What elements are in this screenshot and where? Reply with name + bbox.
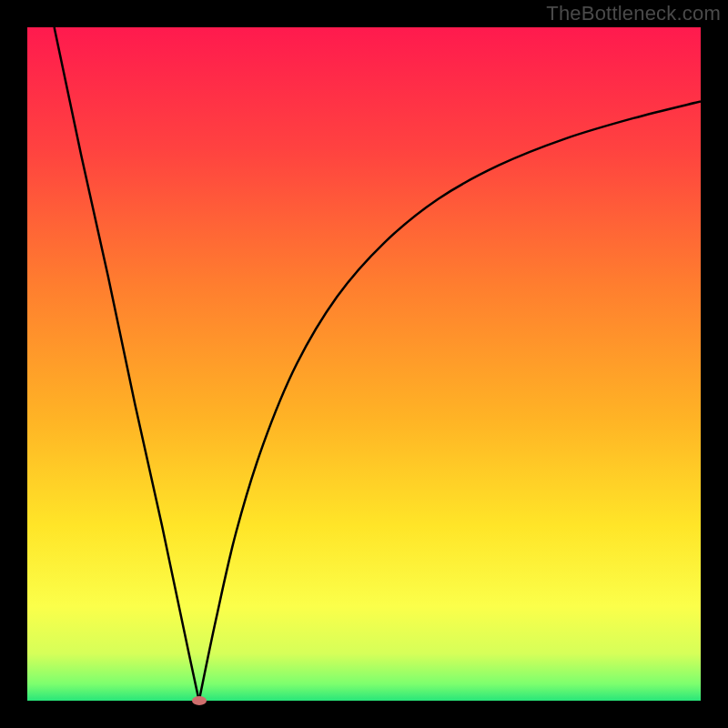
plot-area xyxy=(27,27,701,701)
watermark-text: TheBottleneck.com xyxy=(546,2,721,25)
bottleneck-curve xyxy=(27,27,701,701)
curve-right-branch xyxy=(199,101,701,701)
curve-left-branch xyxy=(55,27,199,701)
minimum-marker xyxy=(192,696,207,705)
chart-frame: TheBottleneck.com xyxy=(0,0,728,728)
